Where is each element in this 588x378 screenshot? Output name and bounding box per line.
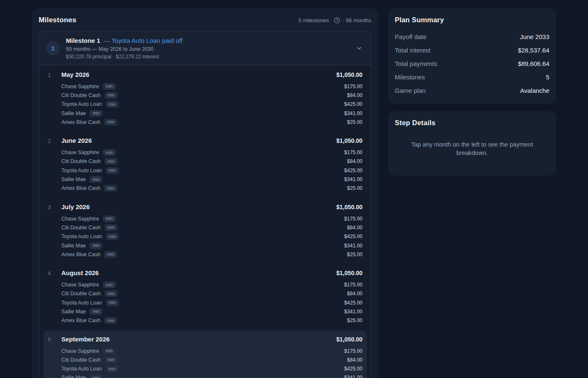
payment-amount: $25.00 <box>347 252 362 257</box>
min-badge: min <box>105 357 118 363</box>
debt-name: Amex Blue Cash <box>61 252 100 257</box>
payment-amount: $341.00 <box>344 309 362 315</box>
debt-name: Toyota Auto Loan <box>61 366 102 372</box>
milestone-1-header[interactable]: 1 Milestone 1— Toyota Auto Loan paid off… <box>39 32 371 66</box>
debt-name: Citi Double Cash <box>61 291 101 297</box>
payment-amount: $341.00 <box>344 243 362 249</box>
payment-amount: $175.00 <box>344 84 362 89</box>
payment-row: Toyota Auto Loan min $425.00 <box>48 100 362 109</box>
min-badge: min <box>106 233 119 240</box>
payment-row: Citi Double Cash min $84.00 <box>48 355 362 364</box>
payment-amount: $84.00 <box>347 225 362 231</box>
month-total: $1,050.00 <box>336 336 362 343</box>
min-badge: min <box>105 224 118 231</box>
debt-name: Chase Sapphire <box>61 150 99 155</box>
step-details-title: Step Details <box>395 119 549 127</box>
summary-row: Total payments$89,606.64 <box>395 57 549 70</box>
debt-name: Amex Blue Cash <box>61 318 100 323</box>
month-header-row: 4 August 2026 $1,050.00 <box>48 269 362 276</box>
month-group[interactable]: 1 May 2026 $1,050.00 Chase Sapphire min … <box>43 66 367 132</box>
min-badge: min <box>105 290 118 297</box>
payment-row: Toyota Auto Loan min $425.00 <box>48 365 362 373</box>
min-badge: min <box>106 167 119 174</box>
debt-name: Toyota Auto Loan <box>61 300 102 306</box>
summary-value: $28,537.64 <box>518 47 549 54</box>
milestones-title: Milestones <box>39 16 76 24</box>
min-badge: min <box>104 119 117 126</box>
payment-amount: $175.00 <box>344 282 362 288</box>
debt-name: Chase Sapphire <box>61 282 99 288</box>
min-badge: min <box>89 242 102 249</box>
plan-duration: · 86 months <box>334 17 371 24</box>
payment-row: Citi Double Cash min $84.00 <box>48 223 362 232</box>
summary-value: Avalanche <box>520 87 549 94</box>
milestone-section: 1 Milestone 1— Toyota Auto Loan paid off… <box>39 31 371 378</box>
month-name: September 2026 <box>61 336 336 343</box>
month-total: $1,050.00 <box>336 204 362 210</box>
summary-value: $89,606.64 <box>518 60 549 67</box>
month-total: $1,050.00 <box>336 137 362 144</box>
payment-row: Amex Blue Cash min $25.00 <box>48 184 362 193</box>
month-group[interactable]: 5 September 2026 $1,050.00 Chase Sapphir… <box>43 331 367 378</box>
min-badge: min <box>103 149 116 156</box>
plan-duration-label: · 86 months <box>342 17 371 24</box>
debt-name: Chase Sapphire <box>61 84 99 89</box>
payment-row: Amex Blue Cash min $25.00 <box>48 118 362 126</box>
min-badge: min <box>106 299 119 306</box>
payment-row: Citi Double Cash min $84.00 <box>48 157 362 166</box>
month-index: 4 <box>48 270 61 276</box>
step-details-empty-message: Tap any month on the left to see the pay… <box>403 140 541 157</box>
payment-row: Citi Double Cash min $84.00 <box>48 91 362 100</box>
min-badge: min <box>104 251 117 258</box>
debt-name: Citi Double Cash <box>61 92 101 98</box>
payment-list: Chase Sapphire min $175.00 Citi Double C… <box>48 82 362 126</box>
summary-label: Payoff date <box>395 33 427 40</box>
milestone-duration: 50 months — May 2026 to June 2030 <box>66 46 348 52</box>
clock-icon <box>334 17 340 24</box>
debt-name: Citi Double Cash <box>61 225 101 231</box>
month-name: June 2026 <box>61 137 336 144</box>
summary-label: Milestones <box>395 74 425 81</box>
month-index: 3 <box>48 205 61 210</box>
debt-name: Citi Double Cash <box>61 357 101 363</box>
milestone-title: Milestone 1 <box>66 37 100 44</box>
month-name: August 2026 <box>61 269 336 276</box>
milestone-debt-link[interactable]: — Toyota Auto Loan paid off <box>104 37 183 44</box>
debt-name: Amex Blue Cash <box>61 119 100 125</box>
debt-name: Chase Sapphire <box>61 216 99 222</box>
min-badge: min <box>89 176 102 183</box>
payment-row: Toyota Auto Loan min $425.00 <box>48 298 362 307</box>
plan-summary-rows: Payoff dateJune 2033Total interest$28,53… <box>395 30 549 97</box>
min-badge: min <box>103 348 116 354</box>
min-badge: min <box>104 317 117 324</box>
payment-amount: $84.00 <box>347 92 362 98</box>
month-index: 2 <box>48 138 61 144</box>
month-name: July 2026 <box>61 203 336 210</box>
summary-value: 5 <box>546 74 549 81</box>
min-badge: min <box>106 101 119 108</box>
min-badge: min <box>103 215 116 222</box>
month-group[interactable]: 4 August 2026 $1,050.00 Chase Sapphire m… <box>43 264 367 330</box>
summary-row: Payoff dateJune 2033 <box>395 30 549 43</box>
min-badge: min <box>105 158 118 165</box>
month-group[interactable]: 3 July 2026 $1,050.00 Chase Sapphire min… <box>43 198 367 264</box>
milestone-principal-interest: $30,220.78 principal · $22,279.22 intere… <box>66 54 348 60</box>
milestones-count: 5 milestones <box>298 17 329 24</box>
summary-row: Total interest$28,537.64 <box>395 43 549 57</box>
milestones-meta: 5 milestones · 86 months <box>298 17 371 24</box>
summary-label: Total payments <box>395 60 437 67</box>
summary-value: June 2033 <box>520 33 549 40</box>
debt-name: Sallie Mae <box>61 243 86 249</box>
min-badge: min <box>89 374 102 378</box>
summary-row: Game planAvalanche <box>395 84 549 97</box>
months-list: 1 May 2026 $1,050.00 Chase Sapphire min … <box>39 66 371 378</box>
milestones-panel-header: Milestones 5 milestones · 86 months <box>39 15 371 24</box>
chevron-down-icon[interactable] <box>354 43 364 53</box>
payment-amount: $175.00 <box>344 150 362 155</box>
payment-amount: $84.00 <box>347 158 362 164</box>
payment-list: Chase Sapphire min $175.00 Citi Double C… <box>48 280 362 325</box>
payment-amount: $25.00 <box>347 318 362 323</box>
month-group[interactable]: 2 June 2026 $1,050.00 Chase Sapphire min… <box>43 132 367 198</box>
plan-summary-title: Plan Summary <box>395 16 549 24</box>
month-total: $1,050.00 <box>336 71 362 78</box>
